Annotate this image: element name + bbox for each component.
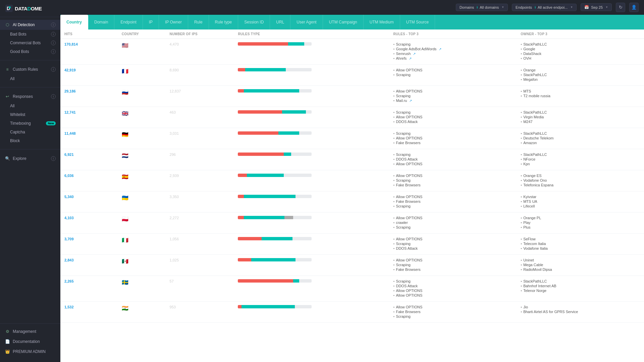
owner-item: Amazon: [521, 141, 640, 145]
country-flag: 🇸🇪: [122, 280, 128, 285]
hits-link[interactable]: 11,448: [64, 131, 76, 135]
sidebar-item-commercial-bots[interactable]: Commercial Bots i: [0, 39, 60, 47]
tab-endpoint[interactable]: Endpoint: [114, 15, 143, 29]
tab-utm-source[interactable]: UTM Source: [400, 15, 435, 29]
hits-link[interactable]: 6,036: [64, 174, 74, 178]
owners-cell: StackPathLLCBahnhof Internet ABTelenor N…: [517, 276, 644, 302]
domains-info-icon[interactable]: ℹ: [477, 6, 478, 9]
endpoints-info-icon[interactable]: ℹ: [535, 6, 536, 9]
tab-rule-type[interactable]: Rule type: [209, 15, 238, 29]
ips-cell: 4,470: [166, 39, 234, 65]
sidebar-item-premium-admin[interactable]: 👑 PREMIUM ADMIN: [0, 347, 60, 357]
domains-label: Domains: [460, 5, 474, 9]
hits-link[interactable]: 4,103: [64, 216, 74, 220]
hits-link[interactable]: 12,741: [64, 110, 76, 114]
bar-red: [238, 305, 241, 308]
country-flag: 🇩🇪: [122, 132, 128, 137]
owners-cell: StackPathLLCGoogleDataShackOVH: [517, 39, 644, 65]
topbar: Domains ℹ All domains ▼ Endpoints ℹ All …: [60, 0, 644, 15]
sidebar-item-custom-rules[interactable]: ≡ Custom Rules i: [0, 64, 60, 74]
sidebar-item-block[interactable]: Block: [0, 136, 60, 145]
tab-session-id[interactable]: Session ID: [238, 15, 270, 29]
sidebar-item-captcha[interactable]: Captcha: [0, 128, 60, 136]
external-link-icon[interactable]: ↗: [409, 57, 412, 60]
sidebar-label-all-responses: All: [10, 104, 56, 108]
sidebar-item-ai-detection[interactable]: ⬡ AI Detection i: [0, 20, 60, 30]
sidebar-item-all-responses[interactable]: All: [0, 102, 60, 110]
hits-link[interactable]: 29,186: [64, 89, 76, 93]
external-link-icon[interactable]: ↗: [439, 47, 441, 51]
sidebar-item-good-bots[interactable]: Good Bots i: [0, 47, 60, 56]
external-link-icon[interactable]: ↗: [409, 99, 412, 103]
info-icon-explore[interactable]: i: [51, 156, 56, 161]
owner-item: Bharti Airtel AS for GPRS Service: [521, 310, 640, 314]
sidebar-item-bad-bots[interactable]: Bad Bots i: [0, 30, 60, 39]
rule-item: Semrush ↗: [393, 52, 513, 56]
user-button[interactable]: 👤: [629, 3, 639, 12]
hits-link[interactable]: 1,532: [64, 305, 74, 309]
owner-item: StackPathLLC: [521, 73, 640, 77]
owner-item: StackPathLLC: [521, 153, 640, 157]
sidebar-item-whitelist[interactable]: Whitelist: [0, 110, 60, 119]
country-flag: 🇮🇹: [122, 237, 128, 243]
info-icon-responses[interactable]: i: [51, 94, 56, 99]
logo-text: DATADOME: [15, 6, 42, 11]
info-icon-custom-rules[interactable]: i: [51, 67, 56, 72]
sidebar-item-management[interactable]: ⚙ Management: [0, 326, 60, 337]
rule-item: Allow OPTIONS: [393, 305, 513, 309]
cpu-icon: ⬡: [5, 22, 10, 27]
tab-domain[interactable]: Domain: [88, 15, 114, 29]
hits-cell: 6,921: [60, 149, 118, 170]
tab-ip[interactable]: IP: [143, 15, 159, 29]
info-icon-good-bots[interactable]: i: [51, 49, 56, 54]
rule-item: Fake Browsers: [393, 310, 513, 314]
bar-red: [238, 279, 293, 283]
owner-item: M247: [521, 120, 640, 124]
flag-cell: 🇪🇸: [118, 170, 166, 191]
tab-utm-medium[interactable]: UTM Medium: [364, 15, 400, 29]
tab-url[interactable]: URL: [270, 15, 290, 29]
info-icon-bad-bots[interactable]: i: [51, 32, 56, 37]
endpoints-filter[interactable]: Endpoints ℹ All active endpoi... ▼: [512, 4, 577, 11]
date-filter[interactable]: 📅 Sep 25 ▼: [581, 3, 612, 11]
table-row: 42,919 🇫🇷 8,690 Allow OPTIONSScraping Or…: [60, 65, 644, 86]
tab-utm-campaign[interactable]: UTM Campaign: [323, 15, 364, 29]
tab-ip-owner[interactable]: IP Owner: [159, 15, 188, 29]
sidebar-item-documentation[interactable]: 📄 Documentation: [0, 337, 60, 347]
sidebar-item-responses[interactable]: ↩ Responses i: [0, 92, 60, 102]
refresh-button[interactable]: ↻: [616, 3, 625, 12]
hits-link[interactable]: 2,265: [64, 279, 74, 283]
rules-type-bar: [238, 195, 312, 198]
hits-link[interactable]: 6,921: [64, 153, 74, 157]
info-icon-ai-detection[interactable]: i: [51, 22, 56, 27]
sidebar-label-explore: Explore: [13, 156, 48, 161]
rule-item: Scraping: [393, 73, 513, 77]
sidebar-item-timeboxing[interactable]: Timeboxing New: [0, 119, 60, 128]
table-row: 2,843 🇲🇽 1,025 Allow OPTIONSScrapingFake…: [60, 255, 644, 276]
hits-link[interactable]: 3,709: [64, 237, 74, 241]
hits-link[interactable]: 2,843: [64, 258, 74, 262]
external-link-icon[interactable]: ↗: [413, 52, 416, 56]
hits-link[interactable]: 170,814: [64, 42, 78, 46]
tab-rule[interactable]: Rule: [188, 15, 209, 29]
hits-cell: 12,741: [60, 107, 118, 128]
tab-user-agent[interactable]: User Agent: [290, 15, 323, 29]
sidebar-item-all-rules[interactable]: All: [0, 74, 60, 83]
info-icon-commercial-bots[interactable]: i: [51, 41, 56, 45]
owner-item: Google: [521, 47, 640, 51]
gear-icon: ⚙: [5, 329, 10, 334]
sidebar-section-custom-rules: ≡ Custom Rules i All: [0, 62, 60, 86]
bars-cell: [234, 149, 389, 170]
domains-filter[interactable]: Domains ℹ All domains ▼: [456, 4, 508, 11]
country-flag: 🇷🇺: [122, 89, 128, 95]
hits-link[interactable]: 42,919: [64, 68, 76, 72]
bar-red: [238, 153, 283, 156]
hits-link[interactable]: 5,340: [64, 195, 74, 199]
owner-item: Telenor Norge: [521, 289, 640, 293]
sidebar-item-explore[interactable]: 🔍 Explore i: [0, 154, 60, 164]
bar-cyan: [245, 68, 286, 71]
bar-cyan: [247, 174, 284, 177]
tab-country[interactable]: Country: [60, 15, 88, 29]
rule-item: Allow OPTIONS: [393, 258, 513, 262]
owners-cell: JioBharti Airtel AS for GPRS Service: [517, 302, 644, 323]
